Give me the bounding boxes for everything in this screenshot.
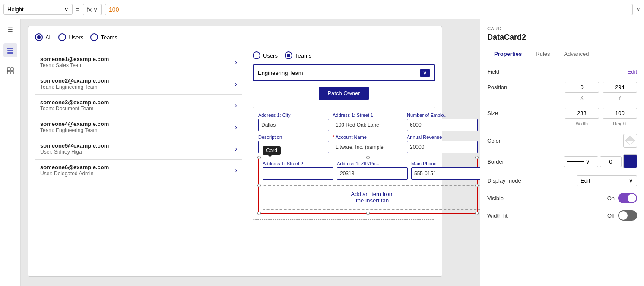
field-row: Field Edit — [487, 68, 637, 75]
panel-title: DataCard2 — [487, 33, 637, 42]
list-item[interactable]: someone3@example.com Team: Document Team… — [35, 95, 242, 116]
selection-handle — [366, 156, 370, 159]
position-x-input[interactable] — [565, 82, 599, 93]
edit-link[interactable]: Edit — [628, 68, 637, 75]
border-width-input[interactable] — [600, 156, 622, 167]
width-fit-toggle[interactable] — [618, 210, 637, 221]
tab-rules[interactable]: Rules — [529, 47, 557, 61]
panel-tabs: Properties Rules Advanced — [487, 47, 637, 61]
user-team: Team: Engineering Team — [40, 127, 109, 133]
property-dropdown-arrow[interactable]: ∨ — [64, 6, 69, 13]
field-employees-label: Number of Emplo... — [407, 112, 478, 118]
field-zipcode-input[interactable] — [337, 167, 408, 180]
field-employees-input[interactable] — [407, 119, 478, 131]
svg-rect-1 — [7, 50, 13, 51]
field-street1-input[interactable] — [333, 119, 403, 131]
radio-teams-label: Teams — [101, 34, 117, 41]
fx-selector[interactable]: fx ∨ — [83, 4, 102, 15]
size-width-input[interactable] — [565, 108, 599, 119]
user-list: someone1@example.com Team: Sales Team › … — [35, 51, 242, 220]
list-item[interactable]: someone5@example.com User: Sidney Higa › — [35, 138, 242, 160]
field-annual-revenue: Annual Revenue — [407, 135, 478, 153]
user-team: User: Sidney Higa — [40, 149, 109, 155]
color-swatch[interactable] — [623, 134, 637, 148]
field-street2-input[interactable] — [263, 167, 333, 180]
tab-advanced[interactable]: Advanced — [557, 47, 596, 61]
grid-icon[interactable] — [3, 64, 17, 78]
property-selector[interactable]: Height ∨ — [3, 4, 73, 15]
color-label: Color — [487, 138, 501, 144]
border-color-swatch[interactable] — [623, 154, 637, 168]
field-zipcode: Address 1: ZIP/Po... — [337, 161, 408, 180]
position-y-input[interactable] — [603, 82, 637, 93]
formula-bar: Height ∨ = fx ∨ 100 ∨ — [0, 0, 644, 19]
filter-radio-group: All Users Teams — [35, 33, 435, 41]
position-label: Position — [487, 84, 507, 90]
radio-all-label: All — [45, 34, 51, 41]
list-item[interactable]: someone1@example.com Team: Sales Team › — [35, 51, 242, 73]
field-city-label: Address 1: City — [258, 112, 329, 118]
card-label: CARD — [487, 26, 637, 31]
right-panel: Users Teams Engineering Team ∨ Patch Own… — [249, 51, 435, 220]
field-annual-revenue-input[interactable] — [407, 141, 478, 153]
radio-teams-panel-label: Teams — [295, 52, 311, 59]
chevron-right-icon: › — [235, 123, 237, 131]
canvas-area: All Users Teams someone1@example.c — [21, 19, 480, 286]
border-label: Border — [487, 158, 504, 165]
property-label: Height — [7, 6, 24, 13]
data-card-grid: Address 1: City Address 1: Street 1 Numb… — [253, 107, 435, 220]
svg-rect-3 — [7, 68, 10, 71]
position-section: Position X Y — [487, 82, 637, 101]
svg-rect-2 — [7, 52, 13, 54]
radio-users-label: Users — [69, 34, 83, 41]
layers-icon[interactable] — [3, 43, 17, 57]
border-row: Border ∨ — [487, 154, 637, 168]
card-tooltip: Card — [263, 146, 281, 155]
display-mode-select[interactable]: Edit ∨ — [577, 175, 637, 186]
visible-label: Visible — [487, 195, 504, 202]
svg-rect-0 — [7, 48, 13, 49]
radio-all[interactable]: All — [35, 33, 51, 41]
border-style-arrow: ∨ — [586, 158, 590, 165]
list-item[interactable]: someone4@example.com Team: Engineering T… — [35, 116, 242, 138]
tab-properties[interactable]: Properties — [487, 47, 529, 61]
patch-owner-button[interactable]: Patch Owner — [319, 87, 368, 100]
chevron-right-icon: › — [235, 102, 237, 109]
visible-toggle[interactable] — [618, 193, 637, 203]
field-main-phone-input[interactable] — [411, 167, 480, 180]
radio-users-panel-label: Users — [263, 52, 278, 59]
radio-teams[interactable]: Teams — [90, 33, 117, 41]
field-city-input[interactable] — [258, 119, 329, 131]
user-team: User: Delegated Admin — [40, 170, 109, 177]
formula-bar-end-arrow: ∨ — [636, 6, 641, 13]
y-label: Y — [618, 95, 621, 100]
hamburger-icon[interactable]: ☰ — [3, 22, 17, 36]
team-dropdown[interactable]: Engineering Team ∨ — [253, 64, 435, 81]
size-height-input[interactable] — [603, 108, 637, 119]
field-main-phone: Main Phone — [411, 161, 480, 180]
user-email: someone3@example.com — [40, 99, 109, 106]
chevron-right-icon: › — [235, 80, 237, 88]
selection-handle — [257, 212, 261, 215]
width-fit-label: Width fit — [487, 212, 508, 219]
field-street2-label: Address 1: Street 2 — [263, 161, 333, 166]
properties-panel: CARD DataCard2 Properties Rules Advanced… — [480, 19, 644, 286]
field-account-name-input[interactable] — [333, 141, 403, 153]
size-label: Size — [487, 110, 498, 116]
user-team: Team: Sales Team — [40, 62, 109, 68]
border-style-select[interactable]: ∨ — [564, 156, 598, 167]
formula-value[interactable]: 100 — [105, 4, 633, 15]
radio-users[interactable]: Users — [58, 33, 83, 41]
list-item[interactable]: someone6@example.com User: Delegated Adm… — [35, 160, 242, 181]
field-label: Field — [487, 68, 499, 75]
radio-teams-panel[interactable]: Teams — [285, 51, 311, 59]
radio-users-panel[interactable]: Users — [253, 51, 278, 59]
field-city: Address 1: City — [258, 112, 329, 131]
field-description-label: Description — [258, 135, 329, 140]
field-employees: Number of Emplo... — [407, 112, 478, 131]
user-team: Team: Engineering Team — [40, 84, 109, 90]
width-sublabel: Width — [576, 121, 588, 126]
list-item[interactable]: someone2@example.com Team: Engineering T… — [35, 73, 242, 95]
equals-sign: = — [76, 6, 79, 13]
add-item-placeholder: Add an item fromthe Insert tab — [263, 185, 480, 210]
